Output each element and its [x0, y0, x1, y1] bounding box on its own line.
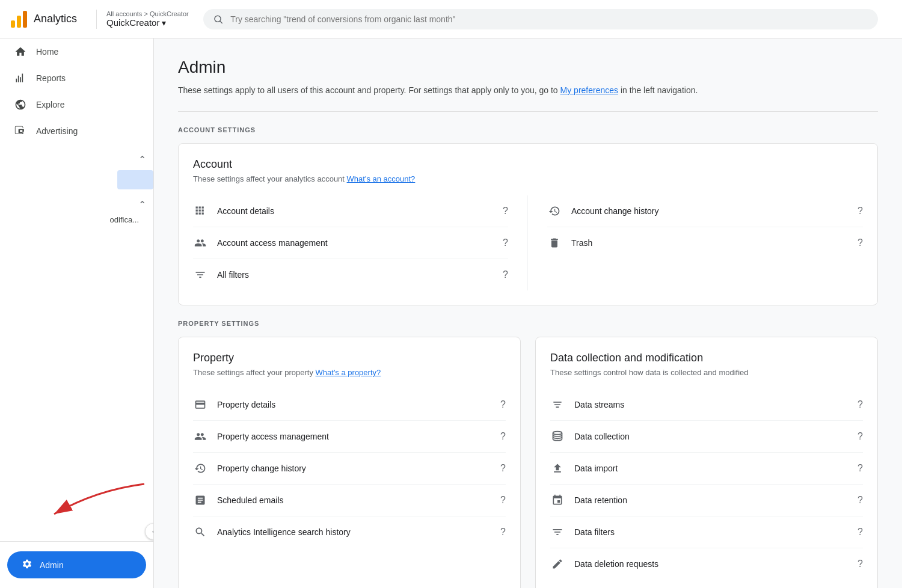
property-two-col: Property These settings affect your prop… — [178, 337, 878, 588]
account-details-help-icon[interactable]: ? — [503, 206, 508, 216]
admin-button[interactable]: Admin — [7, 551, 146, 578]
data-filters-item[interactable]: Data filters ? — [550, 516, 863, 548]
ai-search-history-help-icon[interactable]: ? — [500, 527, 506, 537]
svg-rect-2 — [23, 11, 27, 28]
property-card-title: Property — [193, 352, 506, 364]
account-card-description: These settings affect your analytics acc… — [193, 174, 863, 183]
retention-icon — [550, 493, 565, 507]
data-collection-label: Data collection — [574, 432, 630, 441]
data-import-help-icon[interactable]: ? — [858, 463, 863, 474]
svg-line-4 — [220, 21, 222, 23]
data-import-item[interactable]: Data import ? — [550, 453, 863, 485]
property-access-help-icon[interactable]: ? — [500, 431, 506, 442]
bar-chart-icon — [14, 72, 26, 84]
sidebar-collapse-button[interactable]: ‹ — [145, 523, 154, 540]
data-deletion-help-icon[interactable]: ? — [858, 559, 863, 569]
search-input[interactable] — [230, 14, 868, 24]
all-filters-help-icon[interactable]: ? — [503, 269, 508, 280]
explore-icon — [14, 99, 26, 111]
advertising-icon — [14, 125, 26, 137]
credit-card-icon — [193, 397, 207, 412]
data-deletion-item[interactable]: Data deletion requests ? — [550, 548, 863, 580]
collapse-chevron-1[interactable]: ⌃ — [138, 154, 153, 165]
data-deletion-label: Data deletion requests — [574, 559, 658, 569]
logo-area: Analytics — [10, 10, 77, 29]
sidebar-label-reports: Reports — [36, 73, 66, 83]
filter-icon — [193, 268, 207, 282]
account-history-item[interactable]: Account change history ? — [547, 195, 863, 227]
main-layout: Home Reports Explore Advertising ⌃ — [0, 38, 902, 588]
data-retention-label: Data retention — [574, 495, 627, 505]
home-icon — [14, 46, 26, 58]
property-card-description: These settings affect your property What… — [193, 368, 506, 377]
admin-label: Admin — [40, 560, 64, 570]
account-selector[interactable]: QuickCreator ▾ — [106, 17, 189, 28]
page-title: Admin — [178, 58, 878, 77]
ai-search-history-item[interactable]: Analytics Intelligence search history ? — [193, 516, 506, 548]
gear-icon — [22, 559, 32, 571]
upload-icon — [550, 461, 565, 476]
search-bar[interactable] — [203, 9, 878, 29]
collapse-chevron-2[interactable]: ⌃ — [138, 199, 153, 210]
all-filters-label: All filters — [217, 270, 249, 280]
svg-rect-1 — [17, 16, 21, 28]
account-history-label: Account change history — [571, 206, 659, 216]
data-import-label: Data import — [574, 464, 618, 473]
data-filters-help-icon[interactable]: ? — [858, 527, 863, 537]
data-retention-help-icon[interactable]: ? — [858, 495, 863, 506]
people-icon — [193, 236, 207, 250]
sidebar-item-explore[interactable]: Explore — [0, 91, 146, 118]
database-icon — [550, 429, 565, 444]
property-details-item[interactable]: Property details ? — [193, 389, 506, 421]
account-nav: All accounts > QuickCreator QuickCreator… — [106, 10, 189, 28]
sidebar: Home Reports Explore Advertising ⌃ — [0, 38, 154, 588]
search-icon — [213, 14, 224, 25]
whats-property-link[interactable]: What's a property? — [316, 368, 381, 377]
chevron-left-icon: ‹ — [152, 527, 154, 536]
whats-account-link[interactable]: What's an account? — [347, 174, 416, 183]
data-retention-item[interactable]: Data retention ? — [550, 485, 863, 516]
account-name-text: QuickCreator — [106, 17, 159, 28]
page-description: These settings apply to all users of thi… — [178, 84, 878, 97]
sidebar-bottom: Admin — [0, 541, 153, 588]
scheduled-emails-item[interactable]: Scheduled emails ? — [193, 485, 506, 516]
sidebar-item-home[interactable]: Home — [0, 38, 146, 65]
account-history-help-icon[interactable]: ? — [858, 206, 863, 216]
all-filters-item[interactable]: All filters ? — [193, 259, 508, 290]
data-collection-card-description: These settings control how data is colle… — [550, 368, 863, 377]
account-settings-card: Account These settings affect your analy… — [178, 143, 878, 305]
scheduled-emails-help-icon[interactable]: ? — [500, 495, 506, 506]
property-history-item[interactable]: Property change history ? — [193, 453, 506, 485]
sidebar-panel: ⌃ ⌃ odifica... — [0, 154, 153, 224]
dropdown-icon: ▾ — [162, 18, 166, 28]
data-streams-item[interactable]: Data streams ? — [550, 389, 863, 421]
account-settings-grid: Account details ? Account access managem… — [193, 195, 863, 290]
account-left-col: Account details ? Account access managem… — [193, 195, 528, 290]
property-access-item[interactable]: Property access management ? — [193, 421, 506, 453]
property-history-icon — [193, 461, 207, 476]
breadcrumb: All accounts > QuickCreator — [106, 10, 189, 17]
account-details-item[interactable]: Account details ? — [193, 195, 508, 227]
app-header: Analytics All accounts > QuickCreator Qu… — [0, 0, 902, 38]
property-history-help-icon[interactable]: ? — [500, 463, 506, 474]
email-schedule-icon — [193, 493, 207, 507]
property-details-label: Property details — [217, 400, 275, 409]
trash-item[interactable]: Trash ? — [547, 227, 863, 259]
data-streams-help-icon[interactable]: ? — [858, 399, 863, 410]
data-collection-help-icon[interactable]: ? — [858, 431, 863, 442]
property-details-help-icon[interactable]: ? — [500, 399, 506, 410]
search-analytics-icon — [193, 525, 207, 539]
history-icon — [547, 204, 562, 218]
sidebar-label-home: Home — [36, 47, 58, 57]
data-filter-icon — [550, 525, 565, 539]
svg-rect-0 — [11, 20, 15, 28]
data-collection-item[interactable]: Data collection ? — [550, 421, 863, 453]
account-access-label: Account access management — [217, 238, 328, 248]
account-access-item[interactable]: Account access management ? — [193, 227, 508, 259]
trash-help-icon[interactable]: ? — [858, 237, 863, 248]
account-access-help-icon[interactable]: ? — [503, 237, 508, 248]
sidebar-item-advertising[interactable]: Advertising — [0, 118, 146, 144]
account-right-col: Account change history ? Trash ? — [528, 195, 863, 290]
my-preferences-link[interactable]: My preferences — [560, 85, 618, 95]
sidebar-item-reports[interactable]: Reports — [0, 65, 146, 91]
